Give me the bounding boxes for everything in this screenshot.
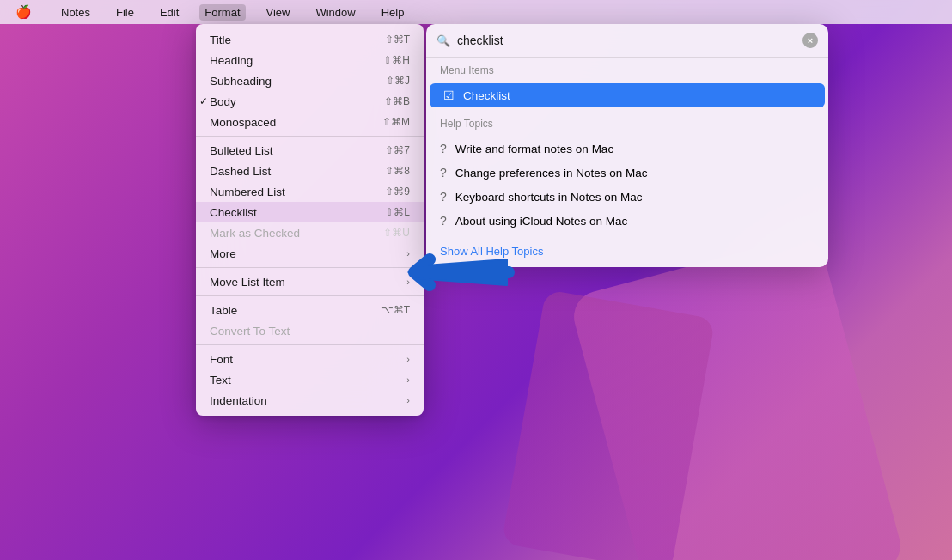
menu-item-mark-as-checked[interactable]: Mark as Checked ⇧⌘U	[196, 222, 424, 243]
help-icon-1: ?	[440, 142, 447, 155]
menu-item-subheading[interactable]: Subheading ⇧⌘J	[196, 70, 424, 91]
submenu-arrow-font: ›	[406, 354, 410, 364]
divider-4	[196, 344, 424, 345]
checklist-icon: ☑	[443, 88, 455, 102]
menu-item-indentation[interactable]: Indentation ›	[196, 390, 424, 411]
menu-item-move-list-item[interactable]: Move List Item ›	[196, 271, 424, 292]
help-icon-4: ?	[440, 214, 447, 228]
help-icon-2: ?	[440, 166, 447, 180]
menu-item-numbered-list[interactable]: Numbered List ⇧⌘9	[196, 181, 424, 202]
menu-item-font[interactable]: Font ›	[196, 349, 424, 369]
menu-item-convert-to-text[interactable]: Convert To Text	[196, 320, 424, 341]
help-label-3: Keyboard shortcuts in Notes on Mac	[455, 191, 643, 204]
help-search-input[interactable]	[457, 33, 796, 47]
menu-item-more[interactable]: More ›	[196, 243, 424, 264]
menu-items-section-label: Menu Items	[426, 58, 828, 80]
divider-2	[196, 267, 424, 268]
divider-1	[196, 136, 424, 137]
help-result-checklist[interactable]: ☑ Checklist	[430, 83, 825, 107]
menu-item-dashed-list[interactable]: Dashed List ⇧⌘8	[196, 161, 424, 181]
help-label-1: Write and format notes on Mac	[455, 143, 613, 155]
submenu-arrow-text: ›	[406, 374, 410, 385]
help-clear-button[interactable]: ×	[802, 33, 818, 48]
check-mark: ✓	[199, 95, 208, 107]
menubar-file[interactable]: File	[111, 4, 139, 21]
help-result-about-icloud[interactable]: ? About using iCloud Notes on Mac	[426, 209, 828, 233]
checklist-result-label: Checklist	[463, 89, 510, 102]
help-topics-results: ? Write and format notes on Mac ? Change…	[426, 133, 828, 236]
apple-menu[interactable]: 🍎	[10, 3, 37, 21]
submenu-arrow-indentation: ›	[406, 395, 410, 405]
help-label-2: Change preferences in Notes on Mac	[455, 167, 648, 180]
menubar: 🍎 Notes File Edit Format View Window Hel…	[0, 0, 952, 24]
menu-item-title[interactable]: Title ⇧⌘T	[196, 29, 424, 50]
menu-item-heading[interactable]: Heading ⇧⌘H	[196, 50, 424, 70]
help-topics-section-label: Help Topics	[426, 111, 828, 133]
menubar-edit[interactable]: Edit	[155, 4, 184, 21]
help-label-4: About using iCloud Notes on Mac	[455, 215, 627, 228]
help-result-write-format[interactable]: ? Write and format notes on Mac	[426, 137, 828, 161]
menubar-window[interactable]: Window	[310, 4, 360, 21]
menubar-format[interactable]: Format	[199, 4, 245, 21]
help-panel: 🔍 × Menu Items ☑ Checklist Help Topics ?…	[426, 24, 828, 267]
menubar-notes[interactable]: Notes	[56, 4, 95, 21]
help-result-change-preferences[interactable]: ? Change preferences in Notes on Mac	[426, 161, 828, 185]
help-search-bar: 🔍 ×	[426, 24, 828, 58]
menubar-view[interactable]: View	[261, 4, 296, 21]
menu-items-results: ☑ Checklist	[426, 80, 828, 111]
menu-item-body[interactable]: ✓ Body ⇧⌘B	[196, 91, 424, 112]
help-icon-3: ?	[440, 190, 447, 204]
menu-item-checklist[interactable]: Checklist ⇧⌘L	[196, 202, 424, 222]
menu-item-table[interactable]: Table ⌥⌘T	[196, 300, 424, 320]
menu-item-bulleted-list[interactable]: Bulleted List ⇧⌘7	[196, 140, 424, 161]
search-icon: 🔍	[436, 34, 450, 47]
blue-arrow-pointer	[406, 253, 517, 295]
menu-item-monospaced[interactable]: Monospaced ⇧⌘M	[196, 112, 424, 132]
menu-item-text[interactable]: Text ›	[196, 369, 424, 390]
help-result-keyboard-shortcuts[interactable]: ? Keyboard shortcuts in Notes on Mac	[426, 185, 828, 209]
menubar-help[interactable]: Help	[376, 4, 410, 21]
divider-3	[196, 295, 424, 296]
format-menu: Title ⇧⌘T Heading ⇧⌘H Subheading ⇧⌘J ✓ B…	[196, 24, 424, 416]
